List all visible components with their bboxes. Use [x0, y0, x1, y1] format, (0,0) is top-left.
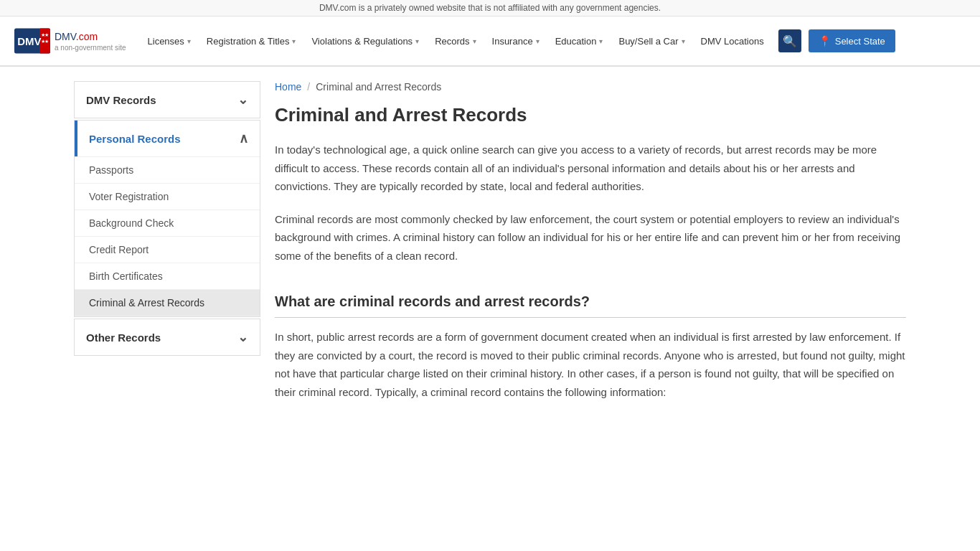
- sidebar-section-dmv-records-header[interactable]: DMV Records ⌄: [75, 82, 260, 118]
- breadcrumb: Home / Criminal and Arrest Records: [275, 81, 906, 93]
- main-content: Home / Criminal and Arrest Records Crimi…: [275, 81, 906, 401]
- page-title: Criminal and Arrest Records: [275, 104, 906, 126]
- sidebar-section-dmv-records: DMV Records ⌄: [74, 81, 260, 118]
- dmv-logo-icon: DMV ★ ★ ★ ★: [14, 27, 50, 55]
- nav-violations-regulations[interactable]: Violations & Regulations ▾: [304, 30, 426, 52]
- personal-records-items: Passports Voter Registration Background …: [75, 156, 260, 316]
- chevron-down-icon: ▾: [187, 37, 191, 45]
- nav-records[interactable]: Records ▾: [428, 30, 483, 52]
- banner-text: DMV.com is a privately owned website tha…: [319, 3, 661, 13]
- breadcrumb-home-link[interactable]: Home: [275, 81, 301, 93]
- nav-insurance[interactable]: Insurance ▾: [485, 30, 547, 52]
- sidebar-section-other-records-label: Other Records: [86, 331, 161, 344]
- sidebar-section-personal-records-header[interactable]: Personal Records ∧: [75, 121, 260, 156]
- nav-education[interactable]: Education ▾: [548, 30, 611, 52]
- sidebar-item-voter-registration[interactable]: Voter Registration: [75, 184, 260, 210]
- sidebar-item-birth-certificates[interactable]: Birth Certificates: [75, 263, 260, 290]
- breadcrumb-current: Criminal and Arrest Records: [316, 81, 441, 93]
- section-paragraph: In short, public arrest records are a fo…: [275, 328, 906, 401]
- chevron-down-icon: ▾: [292, 37, 296, 45]
- logo-wrapper[interactable]: DMV ★ ★ ★ ★ DMV.com a non-government sit…: [14, 27, 126, 55]
- section-heading: What are criminal records and arrest rec…: [275, 293, 906, 318]
- logo-com: .com: [76, 31, 98, 42]
- sidebar-section-other-records-header[interactable]: Other Records ⌄: [75, 319, 260, 355]
- intro-paragraph-2: Criminal records are most commonly check…: [275, 210, 906, 265]
- header: DMV ★ ★ ★ ★ DMV.com a non-government sit…: [0, 17, 980, 67]
- logo-text: DMV.com: [55, 31, 126, 42]
- main-container: DMV Records ⌄ Personal Records ∧ Passpor…: [60, 67, 920, 415]
- nav-buy-sell-car[interactable]: Buy/Sell a Car ▾: [611, 30, 692, 52]
- breadcrumb-separator: /: [307, 81, 310, 93]
- select-state-button[interactable]: 📍 Select State: [809, 29, 895, 52]
- sidebar-item-background-check[interactable]: Background Check: [75, 210, 260, 237]
- chevron-down-icon: ▾: [682, 37, 685, 45]
- chevron-down-icon: ⌄: [237, 329, 248, 345]
- select-state-label: Select State: [835, 36, 885, 47]
- svg-text:★: ★: [44, 39, 49, 44]
- chevron-down-icon: ▾: [599, 37, 603, 45]
- search-icon: 🔍: [783, 34, 797, 48]
- nav-dmv-locations[interactable]: DMV Locations: [694, 30, 771, 52]
- sidebar-section-other-records: Other Records ⌄: [74, 319, 260, 356]
- main-nav: Licenses ▾ Registration & Titles ▾ Viola…: [141, 29, 966, 52]
- chevron-down-icon: ▾: [473, 37, 476, 45]
- search-button[interactable]: 🔍: [778, 29, 801, 52]
- sidebar-section-dmv-records-label: DMV Records: [86, 94, 156, 106]
- nav-registration-titles[interactable]: Registration & Titles ▾: [199, 30, 303, 52]
- logo-area: DMV ★ ★ ★ ★ DMV.com a non-government sit…: [14, 27, 126, 55]
- chevron-down-icon: ⌄: [237, 92, 248, 108]
- sidebar-item-credit-report[interactable]: Credit Report: [75, 237, 260, 263]
- intro-paragraph-1: In today's technological age, a quick on…: [275, 141, 906, 196]
- svg-text:★: ★: [44, 32, 49, 37]
- chevron-up-icon: ∧: [239, 131, 248, 146]
- chevron-down-icon: ▾: [536, 37, 540, 45]
- top-banner: DMV.com is a privately owned website tha…: [0, 0, 980, 17]
- nav-licenses[interactable]: Licenses ▾: [141, 30, 198, 52]
- location-pin-icon: 📍: [819, 35, 831, 47]
- sidebar-section-personal-records: Personal Records ∧ Passports Voter Regis…: [74, 120, 260, 317]
- logo-tagline: a non-government site: [55, 44, 126, 52]
- sidebar: DMV Records ⌄ Personal Records ∧ Passpor…: [74, 81, 260, 401]
- logo-dmv: DMV: [55, 31, 76, 42]
- chevron-down-icon: ▾: [415, 37, 419, 45]
- sidebar-section-personal-records-label: Personal Records: [89, 133, 181, 145]
- sidebar-item-criminal-arrest-records[interactable]: Criminal & Arrest Records: [75, 290, 260, 316]
- logo-text-area: DMV.com a non-government site: [55, 31, 126, 52]
- svg-text:DMV: DMV: [17, 35, 41, 47]
- sidebar-item-passports[interactable]: Passports: [75, 157, 260, 184]
